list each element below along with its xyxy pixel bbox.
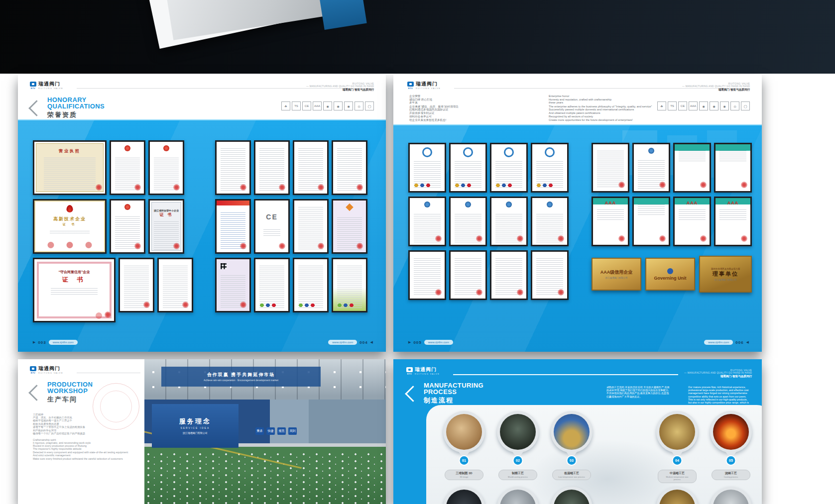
process-photo-frame: [656, 487, 698, 504]
process-step: [551, 487, 593, 504]
mockup-blue-cover: [315, 0, 366, 30]
certification-icon: CE: [678, 101, 687, 110]
certificate-text-lines: [719, 149, 746, 162]
certificate-text-lines: [455, 257, 481, 296]
certificate-text-lines: [414, 160, 440, 189]
certificate: [531, 250, 569, 300]
page-footer-left: ▶ 003 www.zjrtfm.com: [33, 340, 78, 345]
process-photo: [554, 490, 590, 504]
certificate: [531, 197, 569, 246]
certificate: [215, 140, 251, 195]
website-url: www.zjrtfm.com: [704, 340, 733, 345]
page-footer-right: www.zjrtfm.com 006 ◀: [704, 340, 749, 345]
certification-icon: ◉: [344, 101, 353, 110]
process-photo-frame: [443, 487, 485, 504]
certificate-text-lines: [679, 208, 705, 221]
service-idea-booth: 服务理念 SERVICE IDEA 浙江瑞通阀门有限公司: [152, 404, 239, 447]
certificate: [632, 197, 670, 246]
process-step: 05 浇铸工艺 Casting process: [710, 411, 752, 483]
website-url: www.zjrtfm.com: [49, 340, 78, 345]
certificate-text-lines: [44, 156, 96, 191]
certification-icon: ◉: [710, 101, 718, 110]
brand-logo: RTV 瑞通阀门 RUITONG VALVE: [406, 367, 440, 375]
certification-icon: ◉: [334, 101, 343, 110]
process-photo-frame: 02: [497, 411, 539, 453]
certification-icon-row: ☘TSCEAAA◉◉◉◎◯: [657, 101, 750, 110]
mockup-card: [159, 0, 336, 40]
certificate-wall: 营业执照: [18, 119, 386, 352]
certificate-text-lines: [154, 220, 179, 250]
certificate-text-lines: [51, 287, 98, 295]
certificate-text-lines: [536, 257, 563, 296]
certificate: [490, 197, 528, 246]
certificate: [632, 143, 670, 193]
workshop-sign: 周到: [288, 427, 297, 435]
enterprise-honor-intro-en: Enterprise honorHonesty and reputation, …: [549, 95, 652, 121]
certificate-grid-left: [408, 143, 569, 300]
page-number: 005: [413, 340, 421, 345]
process-photo: [659, 414, 695, 450]
page-footer-left: ▶ 005 www.zjrtfm.com: [408, 340, 453, 345]
certificate-text-lines: [221, 274, 245, 308]
step-caption: 制模工艺 Mould casting process: [498, 470, 537, 480]
certificate: [490, 143, 528, 193]
page-title: PRODUCTION WORKSHOP 生产车间: [31, 381, 93, 404]
page-number: 006: [735, 340, 743, 345]
website-url: www.zjrtfm.com: [328, 340, 357, 345]
certificate: [408, 197, 446, 246]
step-number-badge: 04: [672, 455, 683, 466]
certification-icon: AAA: [689, 101, 698, 110]
page-number: 003: [38, 340, 46, 345]
certificate: [408, 143, 446, 193]
certificate-text-lines: [597, 149, 623, 189]
arrow-right-icon: ▶: [33, 340, 35, 344]
certificate-text-lines: [124, 264, 149, 308]
spread-honorary-qualifications-left: RTV 瑞通阀门 RUITONG VALVE RUITONG VALVE MAN…: [18, 75, 386, 352]
header-rule: [77, 373, 140, 373]
process-photo: [713, 490, 749, 504]
certificate-grid-right: AAA AAA: [592, 143, 752, 246]
process-intro-cn: 成熟的工艺流程,丰富的历史征程,专业的大规模生产,有效的成本管理,铸就了我们强于…: [606, 386, 670, 398]
certification-icon: AAA: [313, 101, 322, 110]
workshop-photo: 合作双赢 携手共舞延伸市场 Achieve win-win cooperatio…: [144, 359, 386, 504]
process-photo: [446, 414, 482, 450]
brand-logo: RTV 瑞通阀门 RUITONG VALVE: [407, 82, 441, 90]
certificate: AAA: [673, 197, 711, 246]
certificate-text-lines: [50, 229, 90, 234]
certificate: [119, 258, 154, 312]
certificate-text-lines: [337, 264, 362, 308]
certification-icon: ◎: [730, 101, 739, 110]
step-caption: 三维制图 3D 3D image: [445, 470, 483, 480]
certificate-wall: AAA AAA: [393, 124, 762, 352]
certificate: [531, 143, 569, 193]
process-photo-frame: 04: [656, 411, 698, 453]
certificate: [215, 199, 251, 254]
certificate: [293, 140, 329, 195]
certificate-text-lines: [221, 211, 245, 250]
craftsmanship-text-cn: 工匠精神严谨、求实、永不松懈的工作作风植根于瑞通的每一道生产工序之中检验员高度负…: [33, 413, 128, 435]
certificate: AAA: [592, 197, 629, 246]
craftsmanship-text-en: Craftsmanship spiritIt rigorous, pragmat…: [33, 438, 128, 461]
process-steps-row: 01 三维制图 3D 3D image 02 制模工艺 Mould castin…: [443, 411, 762, 483]
certificate: [449, 250, 487, 300]
header-rule: [453, 374, 678, 375]
header-corner-text: RUITONG VALVE MANUFACTURING AND QUALITY …: [682, 83, 750, 92]
certificate: “守合同重信用”企业 证 书: [33, 258, 116, 322]
arrow-right-icon: ▶: [408, 340, 411, 344]
workshop-signs: 秉承快捷规范周到: [255, 427, 297, 435]
certification-icon-row: ☘TSCEAAA◉◉◉◎◯: [281, 101, 374, 110]
certificate: CE: [254, 199, 290, 254]
certificate: [332, 199, 367, 254]
certificate: [673, 143, 711, 193]
workshop-sign: 快捷: [266, 427, 275, 435]
certificate-text-lines: [638, 159, 664, 189]
enterprise-honor-intro-cn: 企业荣誉诚信口碑 匠心打造多年来企业秉承“诚信、品质、服务”的经营理念已顺利通过…: [409, 95, 459, 121]
website-url: www.zjrtfm.com: [424, 340, 453, 345]
certificate: [332, 140, 367, 195]
certificate-text-lines: [679, 149, 705, 162]
certificate-text-lines: [259, 264, 284, 308]
certificate-text-lines: [221, 147, 245, 191]
process-photo-frame: [497, 487, 539, 504]
workshop-sign: 秉承: [255, 427, 264, 435]
certification-icon: ☘: [657, 101, 666, 110]
